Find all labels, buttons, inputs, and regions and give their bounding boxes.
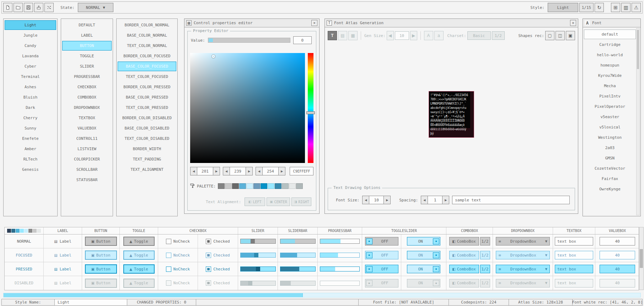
preview-button[interactable]: ▣Button xyxy=(85,237,117,246)
color-swatch[interactable] xyxy=(11,229,15,233)
preview-checkbox-checked[interactable]: Checked xyxy=(206,253,230,258)
style-count[interactable]: 1/15 xyxy=(579,3,594,12)
color-picker-cursor[interactable] xyxy=(212,55,215,58)
shapes-rec-fill-button[interactable]: ▣ xyxy=(566,31,575,40)
scrollbar-thumb[interactable] xyxy=(4,293,303,297)
font-item[interactable]: default xyxy=(584,30,636,39)
control-item[interactable]: LISTVIEW xyxy=(62,144,112,154)
preview-combobox[interactable]: ◧ComboBox xyxy=(449,251,479,259)
combobox-count-button[interactable]: 1/2 xyxy=(480,237,490,246)
slider-thumb[interactable] xyxy=(209,38,213,42)
preview-valuebox[interactable]: 40 xyxy=(600,279,635,287)
color-swatch[interactable] xyxy=(296,183,303,189)
property-item[interactable]: BORDER_COLOR_NORMAL xyxy=(118,20,176,30)
style-item[interactable]: Dark xyxy=(5,103,56,112)
font-atlas-image[interactable]: !"#$%&'()*+,-./0123456 789:;<=>?@ABCDEFG… xyxy=(429,91,474,138)
spinner-left-button[interactable]: ◀ xyxy=(421,196,428,204)
color-swatch[interactable] xyxy=(239,183,246,189)
preview-label[interactable]: ▤Label xyxy=(54,281,71,285)
color-swatch[interactable] xyxy=(7,229,11,233)
report-issue-button[interactable]: ⚠ xyxy=(632,3,641,12)
property-item[interactable]: BASE_COLOR_NORMAL xyxy=(118,31,176,40)
style-item[interactable]: Sunny xyxy=(5,123,56,133)
control-item[interactable]: TEXTBOX xyxy=(62,113,112,123)
spinner-left-button[interactable]: ◀ xyxy=(256,167,263,175)
font-item[interactable]: Fairfax xyxy=(584,174,636,184)
close-button[interactable]: × xyxy=(311,20,317,26)
property-item[interactable]: BORDER_COLOR_FOCUSED xyxy=(118,51,176,61)
preview-checkbox-unchecked[interactable]: NoCheck xyxy=(166,267,190,272)
close-button[interactable]: × xyxy=(570,20,576,26)
window-titlebar[interactable]: ▦ Control properties editor × xyxy=(184,19,319,27)
control-item[interactable]: COLORPICKER xyxy=(62,154,112,164)
style-item[interactable]: Bluish xyxy=(5,93,56,102)
font-item[interactable]: v5loxical xyxy=(584,122,636,132)
preview-button[interactable]: ▣Button xyxy=(85,264,117,274)
color-swatch[interactable] xyxy=(261,183,267,189)
align-center-button[interactable]: ▣ CENTER xyxy=(267,197,290,206)
control-item[interactable]: BUTTON xyxy=(62,41,112,51)
font-item[interactable]: Cartridge xyxy=(584,40,636,49)
color-swatch[interactable] xyxy=(275,183,281,189)
control-item[interactable]: COMBOBOX xyxy=(62,93,112,102)
preview-textbox[interactable]: text box xyxy=(555,237,593,246)
preview-combobox[interactable]: ◧ComboBox xyxy=(449,279,479,287)
color-swatch[interactable] xyxy=(20,229,24,233)
preview-textbox[interactable]: text box xyxy=(555,279,593,287)
export-atlas-button[interactable]: ▦ xyxy=(348,31,358,40)
preview-sliderbar[interactable] xyxy=(280,281,316,286)
spinner-right-button[interactable]: ▶ xyxy=(278,167,285,175)
control-item[interactable]: CHECKBOX xyxy=(62,82,112,92)
font-item[interactable]: OwreKynge xyxy=(584,184,636,194)
combobox-count-button[interactable]: 1/2 xyxy=(480,251,490,259)
spinner-right-button[interactable]: ▶ xyxy=(246,167,253,175)
window-titlebar[interactable]: A Font xyxy=(583,19,640,27)
font-item[interactable]: Kyrou7Wide xyxy=(584,71,636,80)
control-item[interactable]: SLIDER xyxy=(62,62,112,71)
font-text-button[interactable]: T xyxy=(328,31,337,40)
green-value[interactable]: 239 xyxy=(230,167,246,175)
color-swatch[interactable] xyxy=(268,183,274,189)
shapes-rec-split-button[interactable]: ◫ xyxy=(556,31,565,40)
preview-slider[interactable] xyxy=(240,267,276,271)
control-item[interactable]: CONTROL11 xyxy=(62,134,112,143)
font-item[interactable]: Mecha xyxy=(584,81,636,91)
property-item[interactable]: BORDER_WIDTH xyxy=(118,144,176,154)
font-size-value[interactable]: 10 xyxy=(369,196,383,204)
preview-valuebox[interactable]: 40 xyxy=(600,265,635,273)
window-titlebar[interactable]: T Font Atlas Generation × xyxy=(325,19,578,27)
font-item[interactable]: Westington xyxy=(584,133,636,142)
style-dropdown[interactable]: Light xyxy=(548,3,578,12)
preview-checkbox-unchecked[interactable]: NoCheck xyxy=(166,253,190,258)
style-item[interactable]: Genesis xyxy=(5,165,56,174)
spinner-right-button[interactable]: ▶ xyxy=(383,196,391,204)
preview-checkbox-checked[interactable]: Checked xyxy=(206,280,230,286)
combobox-count-button[interactable]: 1/2 xyxy=(480,265,490,273)
preview-label[interactable]: ▤Label xyxy=(54,239,71,244)
control-item[interactable]: LABEL xyxy=(62,31,112,40)
preview-combobox[interactable]: ◧ComboBox xyxy=(449,265,479,273)
preview-checkbox-unchecked[interactable]: NoCheck xyxy=(166,239,190,244)
property-item[interactable]: TEXT_PADDING xyxy=(118,154,176,164)
preview-slider[interactable] xyxy=(240,281,276,286)
state-dropdown[interactable]: NORMAL ▼ xyxy=(78,3,113,12)
color-swatch[interactable] xyxy=(33,229,37,233)
control-item[interactable]: VALUEBOX xyxy=(62,123,112,133)
reload-style-button[interactable]: ↻ xyxy=(595,3,604,12)
font-item[interactable]: PixelIntv xyxy=(584,91,636,101)
slider-knob[interactable] xyxy=(251,239,255,243)
export-style-button[interactable] xyxy=(34,3,43,12)
slider-knob[interactable] xyxy=(248,281,252,285)
align-left-button[interactable]: ◧ LEFT xyxy=(245,197,265,206)
property-item[interactable]: TEXT_ALIGNMENT xyxy=(118,165,176,174)
preview-checkbox-unchecked[interactable]: NoCheck xyxy=(166,280,190,286)
value-slider[interactable] xyxy=(208,38,290,43)
control-item[interactable]: SCROLLBAR xyxy=(62,165,112,174)
style-item[interactable]: Candy xyxy=(5,41,56,51)
export-table-image-button[interactable]: ⊞ xyxy=(611,3,620,12)
shapes-rec-full-button[interactable]: ▢ xyxy=(545,31,554,40)
spinner-right-button[interactable]: ▶ xyxy=(442,196,449,204)
charset-page[interactable]: 1/2 xyxy=(492,31,505,40)
style-item[interactable]: Ashes xyxy=(5,82,56,92)
color-picker[interactable] xyxy=(190,53,305,163)
